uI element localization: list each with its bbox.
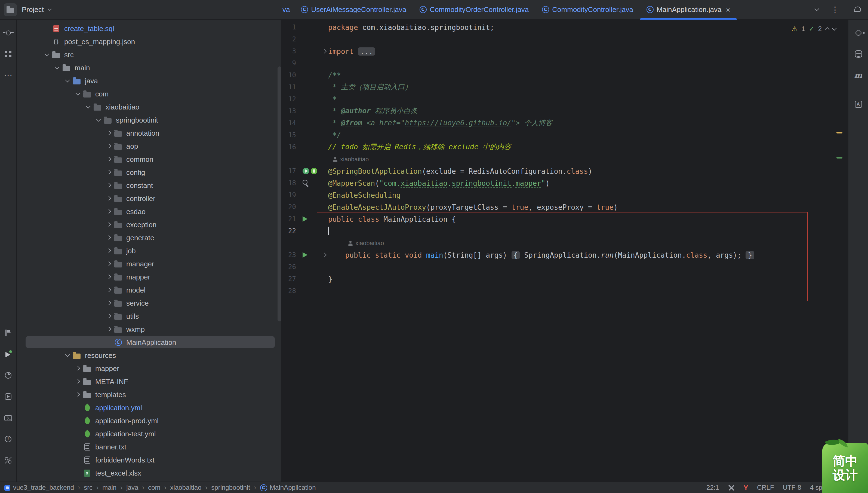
- line-number[interactable]: 1: [282, 23, 301, 31]
- tree-item[interactable]: forbiddenWords.txt: [17, 453, 281, 466]
- chevron-open-icon[interactable]: [52, 67, 62, 68]
- tree-item[interactable]: service: [17, 296, 281, 309]
- tree-item[interactable]: src: [17, 48, 281, 61]
- chevron-open-icon[interactable]: [63, 355, 72, 356]
- problems-button[interactable]: [2, 432, 15, 446]
- editor-tab[interactable]: CCommodityController.java: [535, 0, 640, 19]
- project-selector[interactable]: Project: [22, 5, 44, 14]
- editor[interactable]: 1package com.xiaobaitiao.springbootinit;…: [281, 20, 848, 481]
- mybatis-mapper-icon[interactable]: [302, 180, 309, 186]
- line-number[interactable]: 2: [282, 36, 301, 43]
- tree-item[interactable]: application-prod.yml: [17, 414, 281, 427]
- tree-item[interactable]: aop: [17, 140, 281, 152]
- tree-item[interactable]: config: [17, 166, 281, 179]
- line-number[interactable]: 22: [282, 227, 301, 235]
- line-number[interactable]: 23: [282, 251, 301, 259]
- chevron-closed-icon[interactable]: [73, 367, 82, 370]
- next-problem-icon[interactable]: [832, 26, 837, 30]
- tree-item[interactable]: mapper: [17, 270, 281, 283]
- tree-item[interactable]: application-test.yml: [17, 427, 281, 440]
- line-number[interactable]: 3: [282, 47, 301, 55]
- code-line[interactable]: 13 * @author 程序员小白条: [282, 105, 848, 117]
- line-number[interactable]: 16: [282, 143, 301, 151]
- line-number[interactable]: 21: [282, 215, 301, 223]
- run-icon[interactable]: [302, 216, 307, 222]
- line-number[interactable]: 9: [282, 59, 301, 67]
- code-line[interactable]: 18@MapperScan("com.xiaobaitiao.springboo…: [282, 177, 848, 189]
- chevron-closed-icon[interactable]: [104, 327, 113, 331]
- line-separator[interactable]: CRLF: [757, 484, 774, 491]
- editor-tab[interactable]: CCommodityOrderController.java: [413, 0, 535, 19]
- maven-button[interactable]: m: [852, 69, 865, 82]
- chevron-open-icon[interactable]: [42, 53, 51, 55]
- chevron-open-icon[interactable]: [83, 106, 92, 108]
- tree-item[interactable]: mapper: [17, 362, 281, 375]
- tree-item[interactable]: java: [17, 74, 281, 87]
- code-line[interactable]: 22: [282, 225, 848, 237]
- chevron-closed-icon[interactable]: [104, 197, 113, 200]
- code-line[interactable]: 2: [282, 33, 848, 45]
- code-line[interactable]: 1package com.xiaobaitiao.springbootinit;: [282, 21, 848, 33]
- chevron-closed-icon[interactable]: [104, 314, 113, 318]
- tree-item[interactable]: manager: [17, 257, 281, 270]
- line-number[interactable]: 13: [282, 107, 301, 115]
- caret-position[interactable]: 22:1: [706, 484, 719, 491]
- run-icon[interactable]: [302, 252, 307, 258]
- code-line[interactable]: 23 public static void main(String[] args…: [282, 249, 848, 261]
- project-toolwindow-button[interactable]: [4, 3, 17, 16]
- line-number[interactable]: 14: [282, 119, 301, 127]
- breadcrumb-item[interactable]: src: [84, 484, 92, 491]
- chevron-closed-icon[interactable]: [104, 184, 113, 187]
- code-line[interactable]: 17@SpringBootApplication(exclude = Redis…: [282, 165, 848, 177]
- tree-item[interactable]: controller: [17, 192, 281, 205]
- bookmarks-button[interactable]: [2, 326, 15, 339]
- version-control-button[interactable]: [2, 454, 15, 467]
- line-number[interactable]: 28: [282, 287, 301, 295]
- line-number[interactable]: 20: [282, 203, 301, 211]
- breadcrumb-item[interactable]: xiaobaitiao: [170, 484, 202, 491]
- line-number[interactable]: 26: [282, 263, 301, 271]
- translation-button[interactable]: [852, 98, 865, 111]
- file-encoding[interactable]: UTF-8: [783, 484, 801, 491]
- breadcrumb-item[interactable]: com: [148, 484, 160, 491]
- more-options-button[interactable]: ⋮: [831, 5, 840, 15]
- chevron-closed-icon[interactable]: [73, 380, 82, 383]
- chevron-closed-icon[interactable]: [104, 223, 113, 226]
- tree-item[interactable]: resources: [17, 349, 281, 362]
- ok-stripe-mark[interactable]: [837, 157, 842, 158]
- code-line[interactable]: 27}: [282, 273, 848, 285]
- chevron-closed-icon[interactable]: [104, 288, 113, 292]
- tree-item[interactable]: common: [17, 152, 281, 166]
- tree-item[interactable]: springbootinit: [17, 113, 281, 126]
- tree-item[interactable]: exception: [17, 218, 281, 231]
- breadcrumb-item[interactable]: java: [126, 484, 138, 491]
- tree-item[interactable]: create_table.sql: [17, 22, 281, 35]
- line-number[interactable]: 12: [282, 95, 301, 103]
- tree-item[interactable]: com: [17, 87, 281, 100]
- tree-item[interactable]: META-INF: [17, 375, 281, 388]
- chevron-closed-icon[interactable]: [104, 236, 113, 239]
- editor-tab[interactable]: CMainApplication.java×: [640, 0, 737, 19]
- chevron-closed-icon[interactable]: [104, 144, 113, 148]
- database-button[interactable]: [852, 47, 865, 61]
- code-line[interactable]: 11 * 主类（项目启动入口）: [282, 81, 848, 93]
- tree-item[interactable]: banner.txt: [17, 440, 281, 453]
- chevron-closed-icon[interactable]: [73, 393, 82, 396]
- ai-assistant-button[interactable]: [852, 26, 865, 39]
- chevron-closed-icon[interactable]: [104, 275, 113, 278]
- tree-item[interactable]: main: [17, 61, 281, 74]
- chevron-closed-icon[interactable]: [104, 157, 113, 161]
- chevron-closed-icon[interactable]: [104, 171, 113, 174]
- profiler-button[interactable]: [2, 369, 15, 382]
- line-number[interactable]: 15: [282, 131, 301, 139]
- tree-item[interactable]: annotation: [17, 126, 281, 140]
- code-line[interactable]: 28: [282, 285, 848, 297]
- code-line[interactable]: 9: [282, 57, 848, 69]
- yapi-icon[interactable]: Y: [744, 484, 748, 492]
- notifications-button[interactable]: [846, 6, 868, 13]
- code-line[interactable]: 26: [282, 261, 848, 273]
- tree-item[interactable]: {}post_es_mapping.json: [17, 35, 281, 48]
- terminal-button[interactable]: [2, 411, 15, 424]
- previous-problem-icon[interactable]: [825, 27, 830, 32]
- tree-item[interactable]: model: [17, 283, 281, 296]
